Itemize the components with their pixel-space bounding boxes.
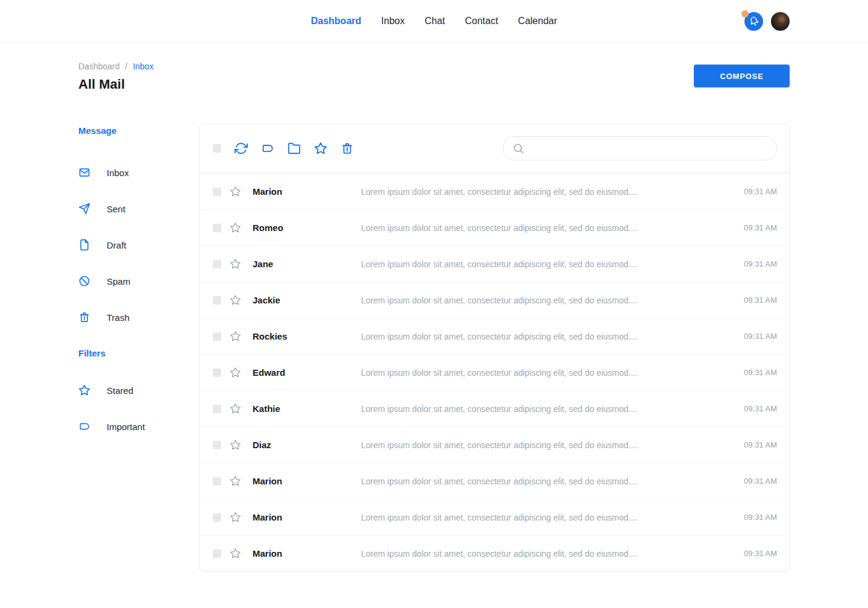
sidebar-item[interactable]: Spam: [78, 263, 199, 299]
breadcrumb-inbox[interactable]: Inbox: [133, 62, 153, 71]
search-box[interactable]: [503, 136, 777, 160]
star-icon[interactable]: [230, 367, 241, 378]
row-checkbox[interactable]: [213, 260, 221, 268]
mail-preview: Lorem ipsum dolor sit amet, consectetur …: [361, 368, 734, 378]
mail-preview: Lorem ipsum dolor sit amet, consectetur …: [361, 223, 734, 233]
mail-toolbar: [200, 124, 789, 173]
mail-row[interactable]: Edward Lorem ipsum dolor sit amet, conse…: [200, 354, 789, 390]
mail-time: 09:31 AM: [744, 259, 777, 268]
avatar[interactable]: [771, 12, 790, 31]
star-icon[interactable]: [230, 511, 241, 523]
nav-link[interactable]: Contact: [465, 16, 498, 27]
row-checkbox[interactable]: [213, 513, 221, 522]
breadcrumb-dashboard[interactable]: Dashboard: [78, 62, 120, 71]
star-icon[interactable]: [230, 475, 241, 487]
nav-link[interactable]: Chat: [424, 16, 445, 27]
mail-time: 09:31 AM: [744, 440, 777, 449]
mail-row[interactable]: Jackie Lorem ipsum dolor sit amet, conse…: [200, 282, 789, 318]
sidebar-item-label: Sent: [107, 204, 125, 214]
mail-row[interactable]: Rockies Lorem ipsum dolor sit amet, cons…: [200, 318, 789, 354]
label-icon: [78, 420, 90, 432]
row-checkbox[interactable]: [213, 188, 221, 196]
mail-row[interactable]: Kathie Lorem ipsum dolor sit amet, conse…: [200, 390, 789, 426]
mail-row[interactable]: Marion Lorem ipsum dolor sit amet, conse…: [200, 463, 789, 499]
star-icon[interactable]: [230, 222, 241, 233]
page-head-left: Dashboard / Inbox All Mail: [78, 62, 154, 92]
sidebar-item[interactable]: Draft: [78, 227, 199, 263]
mail-sender: Marion: [253, 476, 361, 486]
refresh-icon[interactable]: [234, 142, 248, 155]
sidebar-filters-list: Stared Important: [78, 372, 199, 445]
row-checkbox[interactable]: [213, 369, 221, 377]
page-head: Dashboard / Inbox All Mail COMPOSE: [78, 42, 790, 92]
search-input[interactable]: [530, 144, 767, 153]
mail-time: 09:31 AM: [744, 477, 777, 486]
star-icon[interactable]: [230, 439, 241, 451]
mail-row[interactable]: Jane Lorem ipsum dolor sit amet, consect…: [200, 245, 789, 282]
mail-sender: Romeo: [253, 223, 361, 233]
star-icon[interactable]: [230, 258, 241, 270]
bell-icon: [749, 16, 759, 26]
toolbar-icons: [234, 142, 354, 155]
mail-time: 09:31 AM: [744, 223, 777, 232]
mail-row[interactable]: Marion Lorem ipsum dolor sit amet, conse…: [200, 499, 789, 535]
mail-sender: Kathie: [253, 404, 361, 414]
sidebar-item[interactable]: Trash: [78, 299, 199, 335]
star-icon[interactable]: [230, 548, 241, 559]
mail-time: 09:31 AM: [744, 296, 777, 305]
page: Dashboard / Inbox All Mail COMPOSE Messa…: [0, 42, 868, 572]
star-icon[interactable]: [230, 403, 241, 414]
mail-sender: Jane: [253, 259, 361, 269]
mail-preview: Lorem ipsum dolor sit amet, consectetur …: [361, 404, 734, 414]
folder-icon[interactable]: [288, 142, 301, 155]
sidebar-heading-message: Message: [78, 125, 199, 136]
page-title: All Mail: [78, 77, 154, 92]
sidebar-item[interactable]: Stared: [78, 372, 199, 408]
trash-icon[interactable]: [341, 142, 354, 155]
nav-link[interactable]: Calendar: [518, 16, 557, 27]
row-checkbox[interactable]: [213, 549, 221, 558]
mail-list-card: Marion Lorem ipsum dolor sit amet, conse…: [199, 124, 790, 572]
row-checkbox[interactable]: [213, 296, 221, 305]
mail-sender: Rockies: [253, 331, 361, 341]
star-icon[interactable]: [230, 294, 241, 306]
mail-row[interactable]: Marion Lorem ipsum dolor sit amet, conse…: [200, 173, 789, 209]
row-checkbox[interactable]: [213, 477, 221, 486]
sidebar-item[interactable]: Important: [78, 408, 199, 445]
sidebar-item-label: Important: [107, 422, 145, 432]
search-icon: [512, 142, 524, 154]
nav-link[interactable]: Inbox: [381, 16, 404, 27]
topbar-actions: [744, 0, 790, 42]
mail-preview: Lorem ipsum dolor sit amet, consectetur …: [361, 477, 734, 486]
nav-link[interactable]: Dashboard: [311, 16, 362, 27]
sidebar-item[interactable]: Sent: [78, 191, 199, 227]
compose-button[interactable]: COMPOSE: [694, 65, 790, 87]
star-icon[interactable]: [314, 142, 327, 155]
star-icon[interactable]: [230, 331, 241, 342]
notifications-button[interactable]: [744, 12, 763, 31]
mail-row[interactable]: Marion Lorem ipsum dolor sit amet, conse…: [200, 535, 789, 571]
mail-rows: Marion Lorem ipsum dolor sit amet, conse…: [200, 173, 789, 571]
mail-sender: Edward: [253, 367, 361, 378]
sidebar-item[interactable]: Inbox: [78, 154, 199, 191]
row-checkbox[interactable]: [213, 405, 221, 413]
label-icon[interactable]: [261, 142, 274, 155]
sidebar-item-label: Stared: [107, 385, 133, 396]
row-checkbox[interactable]: [213, 441, 221, 449]
mail-sender: Marion: [253, 512, 361, 522]
row-checkbox[interactable]: [213, 224, 221, 232]
row-checkbox[interactable]: [213, 332, 221, 341]
mail-row[interactable]: Diaz Lorem ipsum dolor sit amet, consect…: [200, 426, 789, 463]
trash-icon: [78, 311, 90, 323]
star-icon: [78, 384, 90, 396]
select-all-checkbox[interactable]: [213, 144, 221, 153]
star-icon[interactable]: [230, 186, 241, 197]
mail-time: 09:31 AM: [744, 187, 777, 196]
mail-time: 09:31 AM: [744, 549, 777, 558]
mail-row[interactable]: Romeo Lorem ipsum dolor sit amet, consec…: [200, 209, 789, 245]
mail-sender: Marion: [253, 548, 361, 559]
mail-preview: Lorem ipsum dolor sit amet, consectetur …: [361, 549, 734, 559]
mail-preview: Lorem ipsum dolor sit amet, consectetur …: [361, 259, 734, 269]
sidebar-item-label: Inbox: [107, 168, 129, 178]
mail-preview: Lorem ipsum dolor sit amet, consectetur …: [361, 187, 734, 197]
